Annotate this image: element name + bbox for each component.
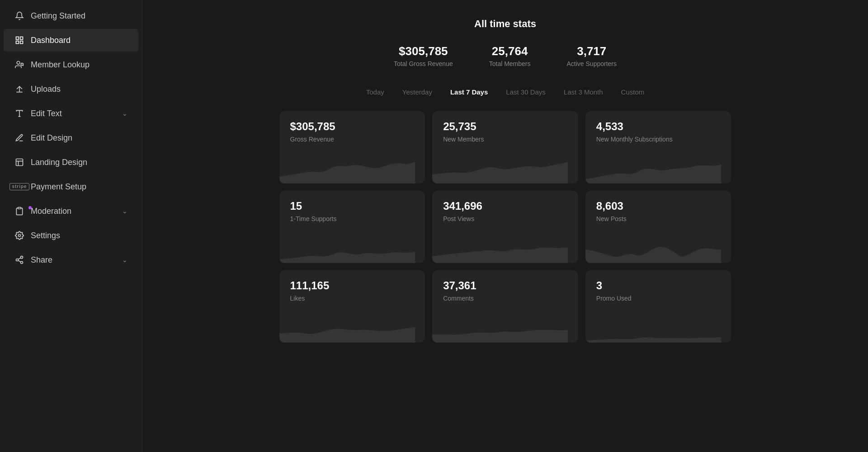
svg-point-5 [21,63,23,66]
svg-rect-0 [16,37,19,40]
card-comments-value: 37,361 [443,279,567,292]
tab-last-30-days[interactable]: Last 30 Days [504,85,547,99]
total-members-label: Total Members [489,60,531,67]
total-gross-revenue-label: Total Gross Revenue [394,60,453,67]
new-members-chart [432,152,568,184]
sidebar-item-label: Payment Setup [31,182,86,192]
card-new-posts-value: 8,603 [596,200,721,212]
svg-point-17 [16,259,19,261]
svg-point-4 [17,61,20,65]
tab-last-3-month[interactable]: Last 3 Month [562,85,605,99]
sidebar-item-label: Dashboard [31,36,71,45]
tab-today[interactable]: Today [364,85,386,99]
active-supporters-value: 3,717 [567,44,617,58]
sidebar: Getting Started Dashboard Member Lookup [0,0,142,452]
time-tabs: Today Yesterday Last 7 Days Last 30 Days… [170,85,841,99]
card-new-members-value: 25,735 [443,120,567,133]
svg-point-16 [21,256,23,259]
sidebar-item-label: Edit Design [31,133,72,143]
sidebar-item-edit-text[interactable]: Edit Text ⌄ [4,102,138,125]
sidebar-item-label: Share [31,255,52,265]
sidebar-item-share[interactable]: Share ⌄ [4,249,138,271]
svg-rect-14 [18,207,21,209]
svg-point-15 [19,235,21,237]
layout-icon [14,157,24,167]
page-title: All time stats [170,18,841,30]
svg-rect-11 [16,159,23,166]
card-promo-used-value: 3 [596,279,721,292]
sidebar-item-settings[interactable]: Settings [4,224,138,247]
new-monthly-subscriptions-chart [585,152,721,184]
sidebar-item-dashboard[interactable]: Dashboard [4,29,138,52]
sidebar-item-label: Edit Text [31,109,62,118]
tab-last-7-days[interactable]: Last 7 Days [448,85,490,99]
svg-line-20 [18,258,21,259]
sidebar-item-label: Uploads [31,85,61,94]
sidebar-item-landing-design[interactable]: Landing Design [4,151,138,174]
card-post-views-label: Post Views [443,215,567,222]
gear-icon [14,231,24,240]
total-gross-revenue-value: $305,785 [394,44,453,58]
svg-rect-1 [20,37,23,40]
card-post-views-value: 341,696 [443,200,567,212]
sidebar-item-label: Moderation [31,207,71,216]
card-new-members-label: New Members [443,136,567,143]
svg-line-6 [23,65,24,66]
sidebar-item-label: Getting Started [31,11,85,21]
card-gross-revenue: $305,785 Gross Revenue [279,111,425,184]
card-likes-label: Likes [290,295,415,302]
likes-chart [279,311,415,343]
one-time-supports-chart [279,231,415,263]
sidebar-item-moderation[interactable]: Moderation ⌄ [4,200,138,222]
grid-icon [14,35,24,45]
card-promo-used: 3 Promo Used [585,270,731,343]
sidebar-item-label: Settings [31,231,60,240]
card-post-views: 341,696 Post Views [432,191,578,263]
card-comments-label: Comments [443,295,567,302]
card-promo-used-label: Promo Used [596,295,721,302]
user-search-icon [14,60,24,70]
bell-icon [14,11,24,21]
share-icon [14,255,24,265]
promo-used-chart [585,311,721,343]
card-likes: 111,165 Likes [279,270,425,343]
post-views-chart [432,231,568,263]
chevron-down-icon: ⌄ [122,110,127,117]
card-one-time-supports-value: 15 [290,200,415,212]
sidebar-item-edit-design[interactable]: Edit Design [4,127,138,149]
svg-point-18 [21,261,23,264]
active-supporters-stat: 3,717 Active Supporters [567,44,617,67]
sidebar-item-getting-started[interactable]: Getting Started [4,5,138,27]
card-gross-revenue-value: $305,785 [290,120,415,133]
comments-chart [432,311,568,343]
main-content: All time stats $305,785 Total Gross Reve… [142,0,868,452]
card-new-posts: 8,603 New Posts [585,191,731,263]
sidebar-item-member-lookup[interactable]: Member Lookup [4,53,138,76]
all-time-stats: $305,785 Total Gross Revenue 25,764 Tota… [170,44,841,67]
active-supporters-label: Active Supporters [567,60,617,67]
stripe-icon: stripe [14,182,24,192]
chevron-down-icon: ⌄ [122,256,127,264]
tab-yesterday[interactable]: Yesterday [401,85,434,99]
chevron-down-icon: ⌄ [122,207,127,215]
svg-rect-3 [20,41,23,44]
sidebar-item-label: Member Lookup [31,60,90,70]
card-new-monthly-subscriptions-label: New Monthly Subscriptions [596,136,721,143]
svg-rect-2 [16,41,19,44]
sidebar-item-payment-setup[interactable]: stripe Payment Setup [4,175,138,198]
tab-custom[interactable]: Custom [619,85,646,99]
clipboard-icon [14,206,24,216]
card-new-monthly-subscriptions: 4,533 New Monthly Subscriptions [585,111,731,184]
sidebar-item-uploads[interactable]: Uploads [4,78,138,100]
total-members-stat: 25,764 Total Members [489,44,531,67]
svg-line-19 [18,260,21,262]
moderation-badge [28,206,32,209]
sidebar-item-label: Landing Design [31,158,87,167]
upload-icon [14,84,24,94]
gross-revenue-chart [279,152,415,184]
card-likes-value: 111,165 [290,279,415,292]
card-new-posts-label: New Posts [596,215,721,222]
text-icon [14,108,24,118]
total-gross-revenue-stat: $305,785 Total Gross Revenue [394,44,453,67]
card-one-time-supports: 15 1-Time Supports [279,191,425,263]
